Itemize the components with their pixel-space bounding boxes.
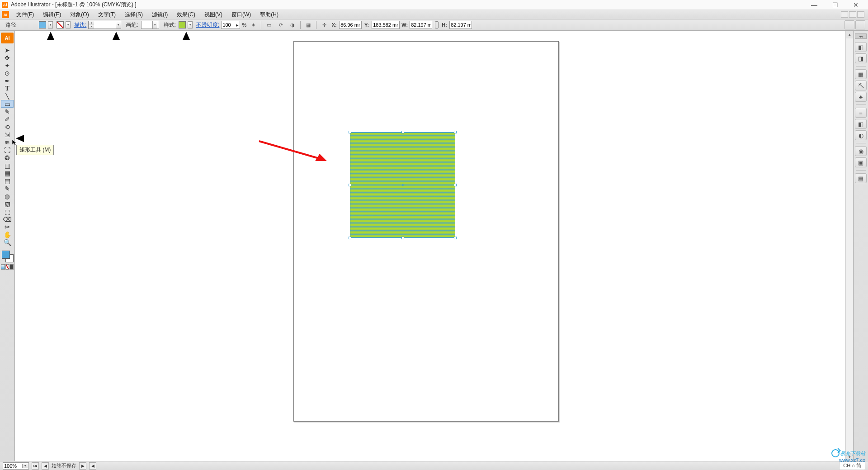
y-input[interactable] [372, 21, 399, 28]
style-swatch[interactable] [179, 21, 186, 28]
panel-menu-icon[interactable] [855, 20, 865, 29]
rectangle-shape[interactable] [350, 132, 455, 238]
warp-tool[interactable]: ≋ [1, 138, 14, 146]
menu-file[interactable]: 文件(F) [12, 10, 38, 19]
align-icon[interactable]: ▭ [264, 20, 274, 30]
scroll-down-icon[interactable]: ▾ [846, 453, 853, 461]
handle-left[interactable] [349, 184, 351, 186]
menu-object[interactable]: 对象(O) [66, 10, 93, 19]
nav-prev-icon[interactable]: ◀ [42, 462, 49, 470]
live-paint-tool[interactable]: ▧ [1, 200, 14, 208]
layers-panel-icon[interactable]: ▤ [855, 173, 867, 183]
w-field[interactable] [410, 21, 432, 29]
menu-view[interactable]: 视图(V) [200, 10, 227, 19]
line-tool[interactable]: ╲ [1, 92, 14, 100]
handle-bottom-left[interactable] [349, 237, 351, 239]
selection-tool[interactable]: ➤ [1, 46, 14, 54]
x-field[interactable] [339, 21, 362, 29]
style-dropdown[interactable]: ▾ [188, 21, 193, 28]
opacity-field[interactable]: ▸ [221, 21, 240, 29]
status-menu-icon[interactable]: ▶ [79, 462, 86, 470]
stroke-swatch-none[interactable] [57, 21, 64, 28]
none-mode-icon[interactable] [5, 264, 9, 270]
graph-tool[interactable]: ▥ [1, 161, 14, 169]
link-wh-icon[interactable] [435, 21, 439, 28]
pen-tool[interactable]: ✒ [1, 77, 14, 85]
magic-wand-tool[interactable]: ✦ [1, 62, 14, 69]
stroke-weight-input[interactable] [94, 21, 116, 28]
scroll-up-icon[interactable]: ▴ [846, 31, 853, 38]
gradient-panel-icon[interactable]: ◧ [855, 119, 867, 129]
handle-right[interactable] [454, 184, 457, 186]
stroke-panel-icon[interactable]: ≡ [855, 108, 867, 118]
app-menu-icon[interactable]: Ai [2, 11, 9, 18]
y-field[interactable] [372, 21, 400, 29]
zoom-input[interactable] [3, 463, 22, 469]
close-button[interactable]: ✕ [845, 0, 866, 10]
scale-tool[interactable]: ⇲ [1, 131, 14, 138]
handle-top-right[interactable] [454, 131, 457, 133]
isolate-icon[interactable]: ◑ [288, 20, 297, 30]
paintbrush-tool[interactable]: ✎ [1, 108, 14, 115]
stroke-weight-field[interactable]: ▴▾ ▾ [88, 21, 121, 29]
workspace-switch-icon[interactable] [844, 20, 854, 29]
minimize-button[interactable]: — [804, 0, 825, 10]
fill-swatch[interactable] [39, 21, 46, 28]
menu-help[interactable]: 帮助(H) [255, 10, 283, 19]
maximize-button[interactable]: ☐ [825, 0, 845, 10]
eraser-tool[interactable]: ⌫ [1, 215, 14, 223]
doc-close-button[interactable] [857, 11, 864, 18]
toolbox-header-icon[interactable]: Ai [1, 33, 14, 43]
ime-indicator[interactable]: CH ⌂ 简 [839, 461, 865, 470]
zoom-field[interactable]: ▾ [3, 462, 29, 470]
artboard[interactable] [293, 41, 559, 422]
symbol-sprayer-tool[interactable]: ❂ [1, 154, 14, 161]
fill-dropdown[interactable]: ▾ [48, 21, 53, 28]
gradient-mode-icon[interactable] [1, 264, 5, 270]
menu-window[interactable]: 窗口(W) [227, 10, 255, 19]
appearance-panel-icon[interactable]: ◉ [855, 146, 867, 156]
color-guide-panel-icon[interactable]: ◨ [855, 53, 867, 63]
rectangle-tool[interactable]: ▭ [1, 100, 14, 108]
menu-effect[interactable]: 效果(C) [172, 10, 200, 19]
rotate-tool[interactable]: ⟲ [1, 123, 14, 131]
menu-type[interactable]: 文字(T) [94, 10, 120, 19]
foreground-color-icon[interactable] [2, 251, 10, 259]
gradient-tool[interactable]: ▤ [1, 177, 14, 185]
color-mode-icon[interactable] [9, 264, 14, 270]
menu-edit[interactable]: 编辑(E) [38, 10, 66, 19]
eyedropper-tool[interactable]: ✎ [1, 185, 14, 192]
x-input[interactable] [340, 21, 361, 28]
graphic-styles-panel-icon[interactable]: ▣ [855, 157, 867, 167]
type-tool[interactable]: T [1, 85, 14, 92]
doc-restore-button[interactable] [849, 11, 856, 18]
pencil-tool[interactable]: ✐ [1, 115, 14, 123]
transparency-panel-icon[interactable]: ◐ [855, 130, 867, 140]
brush-field[interactable]: ▾ [141, 21, 159, 29]
handle-top[interactable] [401, 131, 404, 133]
nav-first-icon[interactable]: ⏮ [32, 462, 39, 470]
dock-collapse-icon[interactable]: ◂◂ [855, 33, 867, 39]
blend-tool[interactable]: ◍ [1, 192, 14, 200]
select-similar-icon[interactable]: ▦ [303, 20, 313, 30]
opacity-input[interactable] [222, 21, 235, 28]
transform-icon[interactable]: ⟳ [276, 20, 286, 30]
h-field[interactable] [449, 21, 472, 29]
menu-select[interactable]: 选择(S) [120, 10, 147, 19]
hand-tool[interactable]: ✋ [1, 231, 14, 238]
fill-stroke-control[interactable] [1, 250, 14, 262]
w-input[interactable] [410, 21, 432, 28]
h-input[interactable] [450, 21, 472, 28]
symbols-panel-icon[interactable]: ♣ [855, 92, 867, 102]
opacity-link[interactable]: 不透明度: [196, 21, 219, 29]
mesh-tool[interactable]: ▦ [1, 169, 14, 177]
brushes-panel-icon[interactable]: ⛏ [855, 81, 867, 90]
stroke-link[interactable]: 描边: [74, 21, 86, 29]
lasso-tool[interactable]: ⊙ [1, 69, 14, 77]
hscroll-left-icon[interactable]: ◀ [89, 462, 96, 470]
direct-selection-tool[interactable]: ✥ [1, 54, 14, 62]
stroke-dropdown[interactable]: ▾ [66, 21, 71, 28]
crop-tool[interactable]: ⬚ [1, 208, 14, 215]
vertical-scrollbar[interactable]: ▴ ▾ [845, 31, 853, 461]
handle-top-left[interactable] [349, 131, 351, 133]
